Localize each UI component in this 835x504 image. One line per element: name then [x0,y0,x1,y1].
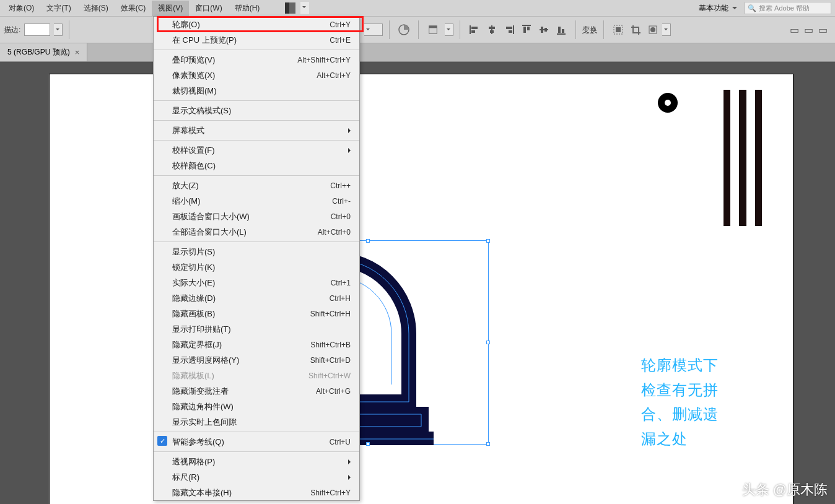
menu-item-label: 隐藏模板(L) [172,370,214,381]
canvas[interactable]: 轮廓模式下 检查有无拼 合、删减遗 漏之处 [0,62,835,504]
menu-item[interactable]: 标尺(R) [154,469,359,485]
panel-icon-2[interactable]: ▭ [802,24,815,36]
menu-text[interactable]: 文字(T) [40,1,77,16]
menu-separator [154,175,359,176]
menu-separator [154,50,359,50]
menu-item[interactable]: 显示文稿模式(S) [154,103,359,118]
menu-item-shortcut: Ctrl+E [330,36,351,45]
stroke-color-dropdown[interactable] [54,24,63,36]
handle-br[interactable] [486,442,490,446]
menu-select[interactable]: 选择(S) [77,1,115,16]
align-right-icon[interactable] [501,22,517,38]
menu-window[interactable]: 窗口(W) [189,1,228,16]
menu-help[interactable]: 帮助(H) [229,1,266,16]
handle-mr[interactable] [486,341,490,344]
close-tab-icon[interactable]: × [75,48,80,57]
menu-item[interactable]: 画板适合窗口大小(W)Ctrl+0 [154,209,359,224]
menu-item-label: 轮廓(O) [172,19,200,30]
handle-bm[interactable] [366,442,370,446]
menu-item-shortcut: Shift+Ctrl+W [308,371,351,380]
menu-item-label: 在 CPU 上预览(P) [172,35,237,46]
svg-rect-16 [541,27,543,33]
workspace-switcher[interactable]: 基本功能 [694,1,740,15]
menu-item[interactable]: 隐藏文本串接(H)Shift+Ctrl+Y [154,485,359,500]
handle-tm[interactable] [366,239,370,243]
view-menu-dropdown: 轮廓(O)Ctrl+Y在 CPU 上预览(P)Ctrl+E叠印预览(V)Alt+… [153,16,360,501]
menu-item[interactable]: 实际大小(E)Ctrl+1 [154,275,359,290]
menu-item-shortcut: Shift+Ctrl+H [310,310,351,318]
menu-item-shortcut: Ctrl+0 [331,212,351,221]
stroke-color-swatch[interactable] [24,24,50,36]
menu-item[interactable]: 轮廓(O)Ctrl+Y [154,17,359,32]
menu-item[interactable]: 校样设置(F) [154,142,359,158]
menu-item-shortcut: Ctrl+- [332,197,351,206]
menu-item-shortcut: Alt+Shift+Ctrl+Y [297,56,351,64]
arrange-dropdown[interactable] [300,2,309,14]
menu-item-shortcut: Ctrl+Y [330,20,351,29]
menu-item[interactable]: 隐藏渐变批注者Alt+Ctrl+G [154,383,359,399]
menu-item-label: 显示文稿模式(S) [172,105,231,116]
transform-label[interactable]: 变换 [582,25,597,35]
menu-item[interactable]: 隐藏边角构件(W) [154,399,359,414]
menu-item[interactable]: 校样颜色(C) [154,158,359,173]
align-top-icon[interactable] [518,22,535,38]
align-bottom-icon[interactable] [553,22,569,38]
document-setup-icon[interactable] [425,22,441,38]
align-left-icon[interactable] [466,22,483,38]
recolor-icon[interactable] [396,22,412,38]
menu-item-label: 屏幕模式 [172,125,204,136]
menu-item-shortcut: Shift+Ctrl+B [310,341,351,349]
handle-tr[interactable] [486,239,490,243]
document-tabs: 5 (RGB/GPU 预览) × [0,43,835,62]
stroke-label: 描边: [4,25,20,35]
search-icon: 🔍 [748,4,756,12]
menu-item-label: 叠印预览(V) [172,54,215,66]
menu-item-label: 校样设置(F) [172,145,215,156]
menu-item[interactable]: 屏幕模式 [154,123,359,138]
menu-item-shortcut: Ctrl+1 [331,279,351,287]
panel-icon-1[interactable]: ▭ [788,24,800,36]
menu-item[interactable]: 隐藏定界框(J)Shift+Ctrl+B [154,337,359,352]
svg-rect-2 [429,26,437,28]
menu-item[interactable]: 隐藏画板(B)Shift+Ctrl+H [154,306,359,321]
menu-item-shortcut: Ctrl++ [330,181,351,190]
svg-rect-14 [527,27,530,30]
menu-item[interactable]: 放大(Z)Ctrl++ [154,178,359,193]
menu-item[interactable]: 缩小(M)Ctrl+- [154,193,359,209]
arrange-documents-icon[interactable] [284,0,300,16]
menu-item[interactable]: 裁切视图(M) [154,83,359,98]
menu-item-shortcut: Alt+Ctrl+G [316,387,351,396]
menu-item-label: 透视网格(P) [172,456,215,467]
menu-separator [154,120,359,121]
menu-view[interactable]: 视图(V) [152,1,189,16]
menu-item[interactable]: 显示切片(S) [154,244,359,259]
mask-icon[interactable] [645,22,661,38]
menu-separator [154,140,359,141]
document-tab[interactable]: 5 (RGB/GPU 预览) × [0,43,87,61]
svg-rect-19 [558,27,561,33]
menu-object[interactable]: 对象(O) [2,1,40,16]
search-input[interactable]: 🔍 搜索 Adobe 帮助 [745,2,831,14]
menu-item[interactable]: 智能参考线(Q)Ctrl+U [154,434,359,450]
menu-item[interactable]: 隐藏边缘(D)Ctrl+H [154,290,359,306]
menu-item-label: 裁切视图(M) [172,85,217,97]
menu-item[interactable]: 显示打印拼贴(T) [154,321,359,337]
panel-icon-3[interactable]: ▭ [816,24,829,36]
menu-item-shortcut: Ctrl+H [330,294,351,303]
menu-item[interactable]: 锁定切片(K) [154,259,359,275]
menu-item[interactable]: 叠印预览(V)Alt+Shift+Ctrl+Y [154,52,359,67]
crop-icon[interactable] [627,22,644,38]
menu-item[interactable]: 显示透明度网格(Y)Shift+Ctrl+D [154,352,359,368]
align-hcenter-icon[interactable] [484,22,500,38]
opacity-dropdown[interactable] [364,24,383,36]
document-setup-dropdown[interactable] [445,24,453,36]
menu-item[interactable]: 显示实时上色间隙 [154,414,359,430]
mask-dropdown[interactable] [662,24,671,36]
isolate-icon[interactable] [610,22,626,38]
menu-effect[interactable]: 效果(C) [115,1,152,16]
menu-item[interactable]: 全部适合窗口大小(L)Alt+Ctrl+0 [154,224,359,240]
align-vcenter-icon[interactable] [536,22,552,38]
menu-item[interactable]: 透视网格(P) [154,454,359,469]
menu-item[interactable]: 像素预览(X)Alt+Ctrl+Y [154,67,359,83]
menu-item[interactable]: 在 CPU 上预览(P)Ctrl+E [154,32,359,48]
